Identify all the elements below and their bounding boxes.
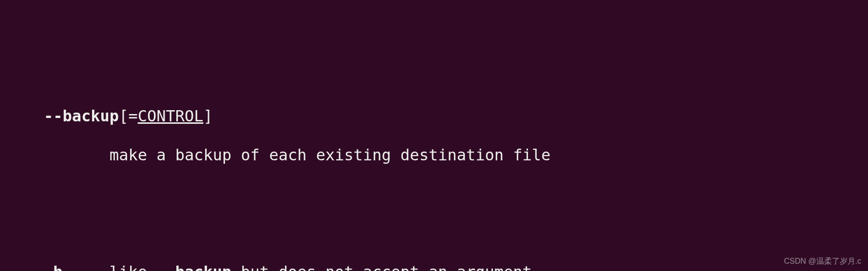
- desc-backup: make a backup of each existing destinati…: [44, 145, 868, 165]
- flag-b: -b: [44, 263, 63, 271]
- option-backup: --backup[=CONTROL]: [44, 106, 868, 126]
- option-b: -b like --backup but does not accept an …: [44, 262, 868, 271]
- flag-backup-arg: CONTROL: [138, 107, 204, 125]
- desc-b-bold: --backup: [156, 263, 231, 271]
- watermark: CSDN @温柔了岁月.c: [784, 256, 861, 266]
- flag-backup: --backup: [44, 107, 119, 125]
- flag-backup-suffix-open: [=: [119, 107, 138, 125]
- blank-line: [44, 184, 868, 204]
- flag-backup-suffix-close: ]: [204, 107, 213, 125]
- desc-b-before: like: [110, 263, 156, 271]
- desc-b-after: but does not accept an argument: [231, 263, 532, 271]
